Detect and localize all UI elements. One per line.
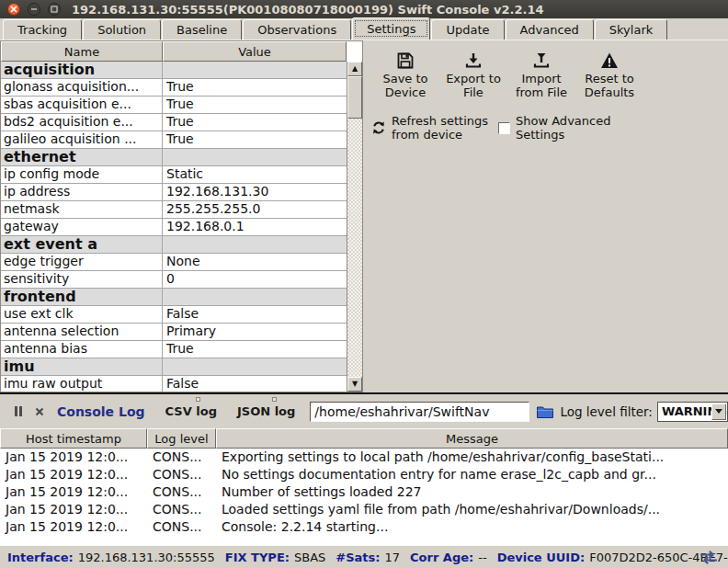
- minimize-icon: [30, 6, 38, 13]
- settings-row[interactable]: gateway192.168.0.1: [1, 219, 347, 236]
- json-log-label: JSON log: [237, 404, 295, 418]
- settings-scrollbar[interactable]: ▲ ▼: [347, 62, 362, 392]
- log-message-cell: Exporting settings to local path /home/e…: [216, 449, 728, 466]
- column-header-host-timestamp[interactable]: Host timestamp: [0, 428, 147, 449]
- setting-name-cell: glonass acquisition...: [1, 79, 163, 96]
- show-advanced-label[interactable]: Show Advanced Settings: [516, 114, 624, 142]
- json-log-checkbox-box[interactable]: [272, 397, 277, 402]
- setting-name-cell: ip address: [1, 184, 163, 200]
- reset-to-defaults-button[interactable]: Reset to Defaults: [575, 50, 643, 99]
- setting-value-cell: [163, 236, 347, 253]
- setting-value-cell: True: [163, 341, 347, 358]
- setting-value-cell: Static: [163, 166, 347, 183]
- settings-section-row[interactable]: ethernet: [1, 149, 347, 166]
- setting-value-cell: [163, 358, 347, 375]
- tab-update[interactable]: Update: [431, 19, 504, 40]
- log-row[interactable]: Jan 15 2019 12:0...CONS...Number of sett…: [0, 483, 728, 501]
- settings-row[interactable]: use ext clkFalse: [1, 306, 347, 324]
- swap-arrows-icon[interactable]: [697, 550, 721, 568]
- settings-section-row[interactable]: imu: [1, 358, 347, 376]
- column-header-message[interactable]: Message: [216, 428, 728, 449]
- settings-section-row[interactable]: ext event a: [1, 236, 347, 254]
- log-level-cell: CONS...: [147, 501, 216, 518]
- setting-name-cell: edge trigger: [1, 254, 163, 270]
- log-row[interactable]: Jan 15 2019 12:0...CONS...Loaded setting…: [0, 501, 728, 518]
- status-label: Corr Age:: [410, 551, 473, 564]
- log-message-cell: Number of settings loaded 227: [216, 483, 728, 501]
- scrollbar-down-arrow-icon[interactable]: ▼: [347, 377, 362, 392]
- window-maximize-button[interactable]: [48, 3, 61, 16]
- setting-name-cell: antenna bias: [1, 341, 163, 358]
- tab-solution[interactable]: Solution: [83, 19, 161, 40]
- settings-row[interactable]: galileo acquisition ...True: [1, 131, 347, 149]
- log-timestamp-cell: Jan 15 2019 12:0...: [0, 483, 147, 501]
- setting-name-cell: imu: [1, 358, 163, 375]
- show-advanced-checkbox[interactable]: [498, 122, 510, 134]
- window-close-button[interactable]: [7, 3, 20, 16]
- console-log-title: Console Log: [57, 404, 145, 419]
- settings-row[interactable]: edge triggerNone: [1, 254, 347, 271]
- log-row[interactable]: Jan 15 2019 12:0...CONS...No settings do…: [0, 466, 728, 483]
- settings-row[interactable]: ip config modeStatic: [1, 166, 347, 184]
- tab-tracking[interactable]: Tracking: [3, 19, 82, 40]
- setting-value-cell: 192.168.131.30: [163, 184, 347, 200]
- status-item-corr-age: Corr Age:--: [410, 551, 487, 564]
- settings-row[interactable]: sensitivity0: [1, 271, 347, 289]
- settings-row[interactable]: imu raw outputFalse: [1, 376, 347, 392]
- refresh-arrows-icon[interactable]: [371, 120, 386, 135]
- column-header-value[interactable]: Value: [163, 41, 347, 62]
- refresh-settings-button[interactable]: Refresh settings from device: [392, 114, 496, 142]
- settings-row[interactable]: antenna biasTrue: [1, 341, 347, 358]
- tab-observations[interactable]: Observations: [243, 19, 351, 40]
- toolbar-second-row: Refresh settings from device Show Advanc…: [371, 114, 728, 142]
- log-directory-input[interactable]: [310, 402, 529, 422]
- scrollbar-thumb[interactable]: [347, 76, 362, 119]
- settings-row[interactable]: bds2 acquisition e...True: [1, 114, 347, 131]
- column-header-name[interactable]: Name: [1, 41, 163, 62]
- settings-section-row[interactable]: frontend: [1, 289, 347, 306]
- window-title: 192.168.131.30:55555(PK00108080718000199…: [72, 3, 543, 17]
- log-timestamp-cell: Jan 15 2019 12:0...: [0, 518, 147, 536]
- tab-settings[interactable]: Settings: [352, 17, 430, 40]
- tab-advanced[interactable]: Advanced: [506, 19, 594, 40]
- log-level-filter-label: Log level filter:: [560, 404, 653, 419]
- csv-log-label: CSV log: [165, 404, 217, 418]
- settings-row[interactable]: netmask255.255.255.0: [1, 201, 347, 219]
- tab-baseline[interactable]: Baseline: [162, 19, 242, 40]
- console-log-table: Host timestamp Log level Message Jan 15 …: [0, 428, 728, 545]
- console-log-toolbar: Console Log CSV log JSON log Log level f…: [0, 394, 728, 428]
- log-row[interactable]: Jan 15 2019 12:0...CONS...Exporting sett…: [0, 449, 728, 466]
- scrollbar-up-arrow-icon[interactable]: ▲: [347, 62, 362, 76]
- toolbar-button-label: Save to Device: [371, 72, 439, 99]
- setting-name-cell: ext event a: [1, 236, 163, 253]
- settings-rows: acquisitionglonass acquisition...Truesba…: [1, 62, 347, 392]
- settings-section-row[interactable]: acquisition: [1, 62, 347, 79]
- pause-icon[interactable]: [15, 406, 24, 416]
- json-log-checkbox[interactable]: JSON log: [237, 404, 295, 418]
- save-to-device-button[interactable]: Save to Device: [371, 50, 439, 99]
- dropdown-button[interactable]: [711, 403, 726, 420]
- settings-row[interactable]: sbas acquisition e...True: [1, 97, 347, 114]
- log-row[interactable]: Jan 15 2019 12:0...CONS...Console: 2.2.1…: [0, 518, 728, 536]
- csv-log-checkbox-box[interactable]: [196, 397, 200, 402]
- toolbar-button-label: Reset to Defaults: [575, 72, 643, 99]
- window-minimize-button[interactable]: [28, 3, 40, 16]
- export-to-file-button[interactable]: Export to File: [439, 50, 507, 99]
- import-from-file-button[interactable]: Import from File: [507, 50, 575, 99]
- log-timestamp-cell: Jan 15 2019 12:0...: [0, 466, 147, 483]
- settings-row[interactable]: ip address192.168.131.30: [1, 184, 347, 201]
- close-icon[interactable]: [35, 407, 44, 416]
- warning-triangle-icon: [600, 50, 619, 70]
- settings-table: Name Value acquisitionglonass acquisitio…: [0, 40, 363, 392]
- log-level-filter-dropdown[interactable]: WARNING: [657, 402, 728, 422]
- column-header-log-level[interactable]: Log level: [147, 428, 216, 449]
- settings-row[interactable]: glonass acquisition...True: [1, 79, 347, 97]
- setting-value-cell: 192.168.0.1: [163, 219, 347, 235]
- status-item-fix-type: FIX TYPE:SBAS: [225, 551, 325, 564]
- folder-icon[interactable]: [537, 405, 553, 418]
- log-level-cell: CONS...: [147, 449, 216, 466]
- setting-name-cell: imu raw output: [1, 376, 163, 392]
- tab-skylark[interactable]: Skylark: [595, 19, 667, 40]
- csv-log-checkbox[interactable]: CSV log: [165, 404, 217, 418]
- settings-row[interactable]: antenna selectionPrimary: [1, 324, 347, 341]
